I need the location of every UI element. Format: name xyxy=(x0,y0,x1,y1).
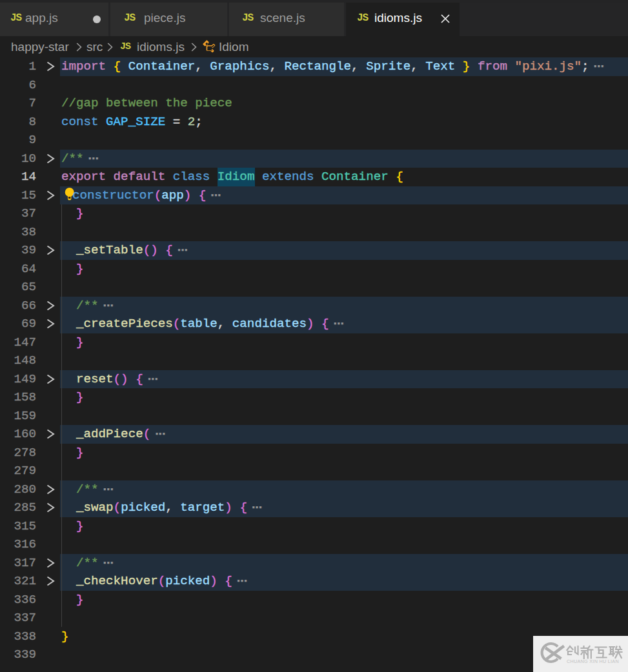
svg-text:CHUANG XIN HU LIAN: CHUANG XIN HU LIAN xyxy=(567,658,619,664)
